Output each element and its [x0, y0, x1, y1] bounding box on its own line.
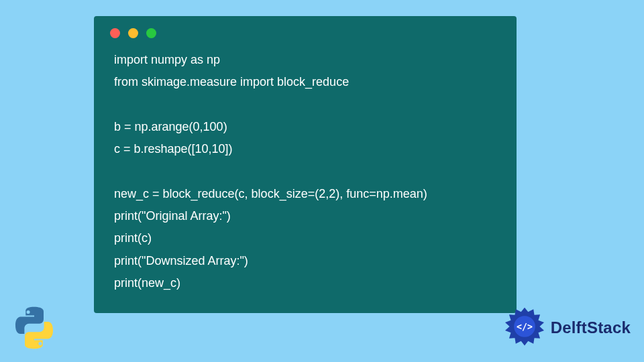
code-snippet-card: import numpy as np from skimage.measure … — [94, 16, 517, 313]
brand-name: DelftStack — [551, 318, 631, 337]
minimize-icon — [128, 28, 138, 38]
window-traffic-lights — [110, 28, 496, 38]
maximize-icon — [146, 28, 156, 38]
python-logo-icon — [11, 304, 58, 351]
brand-badge: </> DelftStack — [502, 306, 631, 350]
close-icon — [110, 28, 120, 38]
svg-text:</>: </> — [517, 322, 533, 332]
delftstack-gear-icon: </> — [502, 306, 547, 350]
code-content: import numpy as np from skimage.measure … — [114, 49, 496, 294]
